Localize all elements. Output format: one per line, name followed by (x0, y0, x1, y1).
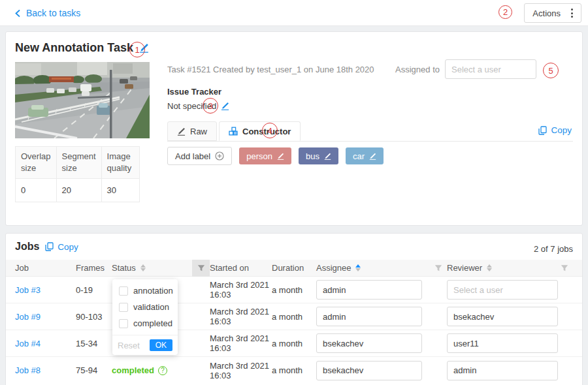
actions-button[interactable]: Actions (524, 3, 581, 23)
job-8-reviewer-input[interactable] (447, 361, 558, 380)
job-3-reviewer-input[interactable] (447, 280, 558, 300)
edit-label-icon[interactable] (324, 153, 331, 160)
back-to-tasks-label: Back to tasks (26, 8, 80, 18)
col-assignee-label: Assignee (316, 263, 351, 273)
sort-icon[interactable] (487, 264, 492, 271)
job-9-assignee-input[interactable] (316, 307, 422, 326)
jobs-copy-link[interactable]: Copy (45, 242, 78, 252)
more-vertical-icon (571, 8, 573, 18)
job-8-started: March 3rd 2021 16:03 (210, 361, 272, 380)
add-label-button[interactable]: Add label (167, 147, 232, 165)
checkbox-completed[interactable] (119, 319, 128, 328)
jobs-title: Jobs (15, 241, 39, 253)
tab-constructor[interactable]: Constructor (219, 121, 301, 141)
assigned-to-label: Assigned to (395, 65, 440, 74)
job-8-duration: a month (272, 365, 316, 375)
col-job[interactable]: Job (15, 263, 76, 273)
job-8-frames: 75-94 (76, 365, 112, 375)
filter-reset-button[interactable]: Reset (118, 341, 140, 350)
edit-issue-tracker-icon[interactable] (221, 102, 229, 110)
param-header-quality: Image quality (101, 147, 139, 179)
job-9-reviewer-input[interactable] (447, 307, 558, 326)
labels-tabbar: Raw Constructor Copy (167, 122, 573, 142)
jobs-card: Jobs Copy 2 of 7 jobs Job Frames Status … (5, 233, 583, 385)
copy-icon (45, 242, 54, 251)
col-frames[interactable]: Frames (76, 263, 112, 273)
job-8-link[interactable]: Job #8 (15, 365, 41, 375)
job-3-duration: a month (272, 285, 316, 295)
param-value-segment: 20 (56, 179, 101, 202)
question-circle-icon[interactable]: ? (158, 366, 167, 375)
col-status[interactable]: Status (112, 260, 210, 277)
job-row-4: Job #8 75-94 completed ? March 3rd 2021 … (6, 357, 582, 384)
tab-raw-label: Raw (190, 127, 207, 136)
jobs-count: 2 of 7 jobs (534, 244, 573, 254)
edit-label-icon[interactable] (277, 153, 284, 160)
sort-icon[interactable] (140, 264, 146, 271)
annotation-circle-5: 5 (543, 63, 559, 78)
copy-icon (538, 126, 547, 135)
labels-copy-link[interactable]: Copy (538, 125, 572, 135)
filter-option-annotation-label: annotation (133, 286, 173, 296)
filter-ok-button[interactable]: OK (150, 339, 172, 351)
tab-raw[interactable]: Raw (167, 121, 217, 141)
param-value-quality: 30 (101, 179, 139, 202)
annotation-circle-2: 2 (498, 5, 512, 19)
job-8-assignee-input[interactable] (316, 361, 422, 380)
filter-option-completed[interactable]: completed (112, 315, 178, 331)
job-3-assignee-input[interactable] (316, 280, 422, 300)
actions-label: Actions (532, 8, 561, 18)
filter-option-validation[interactable]: validation (112, 299, 178, 315)
task-title: New Annotation Task (15, 41, 133, 55)
edit-label-icon[interactable] (369, 153, 376, 160)
job-4-started: March 3rd 2021 16:03 (210, 333, 272, 353)
add-label-text: Add label (175, 151, 210, 161)
job-3-link[interactable]: Job #3 (15, 285, 41, 295)
checkbox-annotation[interactable] (119, 286, 128, 296)
label-chip-person[interactable]: person (239, 147, 291, 164)
assigned-to-field: Assigned to (395, 59, 536, 79)
filter-option-validation-label: validation (133, 302, 169, 312)
reviewer-filter-icon[interactable] (555, 260, 573, 277)
job-8-status-text: completed (112, 365, 154, 375)
issue-tracker-value-row: Not specified (167, 101, 229, 111)
job-4-frames: 15-34 (76, 339, 112, 348)
col-duration[interactable]: Duration (272, 263, 316, 273)
plus-circle-icon (215, 151, 224, 161)
job-row-1: Job #3 0-19 March 3rd 2021 16:03 a month (6, 277, 582, 303)
assigned-to-input[interactable] (445, 59, 536, 79)
label-chip-bus[interactable]: bus (299, 147, 338, 164)
job-9-duration: a month (272, 312, 316, 322)
assignee-filter-icon[interactable] (429, 260, 447, 277)
job-4-reviewer-input[interactable] (447, 333, 558, 353)
job-9-frames: 90-103 (76, 312, 112, 322)
filter-option-annotation[interactable]: annotation (112, 283, 178, 299)
job-row-2: Job #9 90-103 March 3rd 2021 16:03 a mon… (6, 303, 582, 330)
chevron-left-icon (14, 9, 22, 18)
label-chip-person-name: person (246, 151, 272, 161)
checkbox-validation[interactable] (119, 303, 128, 312)
col-reviewer-label: Reviewer (447, 263, 482, 273)
task-meta-text: Task #1521 Created by test_user_1 on Jun… (167, 65, 374, 74)
task-preview-image (15, 62, 150, 138)
job-9-link[interactable]: Job #9 (15, 312, 41, 322)
annotation-circle-1: 1 (129, 42, 145, 57)
param-header-segment: Segment size (56, 147, 101, 179)
col-started-on[interactable]: Started on (210, 263, 272, 273)
status-filter-dropdown: annotation validation completed Reset OK (112, 279, 178, 355)
job-4-assignee-input[interactable] (316, 333, 422, 353)
status-filter-icon[interactable] (192, 260, 210, 277)
annotation-circle-3: 3 (203, 98, 218, 114)
label-chip-bus-name: bus (306, 151, 319, 161)
col-assignee[interactable]: Assignee (316, 260, 447, 277)
back-to-tasks-link[interactable]: Back to tasks (14, 0, 80, 26)
sort-icon-ascending[interactable] (355, 264, 361, 271)
job-4-link[interactable]: Job #4 (15, 339, 41, 348)
job-3-started: March 3rd 2021 16:03 (210, 280, 272, 300)
jobs-copy-label: Copy (57, 242, 78, 252)
label-chip-car[interactable]: car (346, 147, 384, 164)
col-status-label: Status (112, 263, 136, 273)
job-3-frames: 0-19 (76, 285, 112, 295)
col-reviewer[interactable]: Reviewer (447, 260, 582, 277)
task-details-card: New Annotation Task (5, 31, 583, 226)
